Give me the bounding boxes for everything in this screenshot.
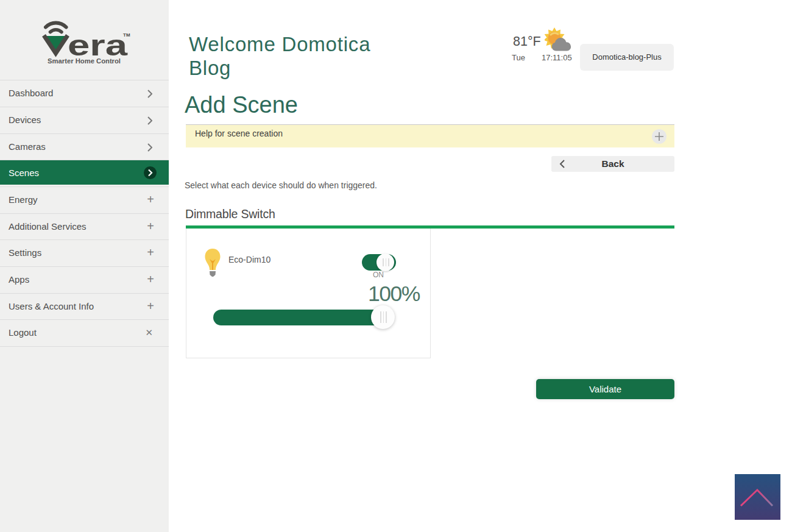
svg-text:Smarter Home Control: Smarter Home Control bbox=[48, 57, 121, 65]
svg-text:TM: TM bbox=[123, 32, 130, 38]
svg-text:era: era bbox=[68, 29, 128, 62]
